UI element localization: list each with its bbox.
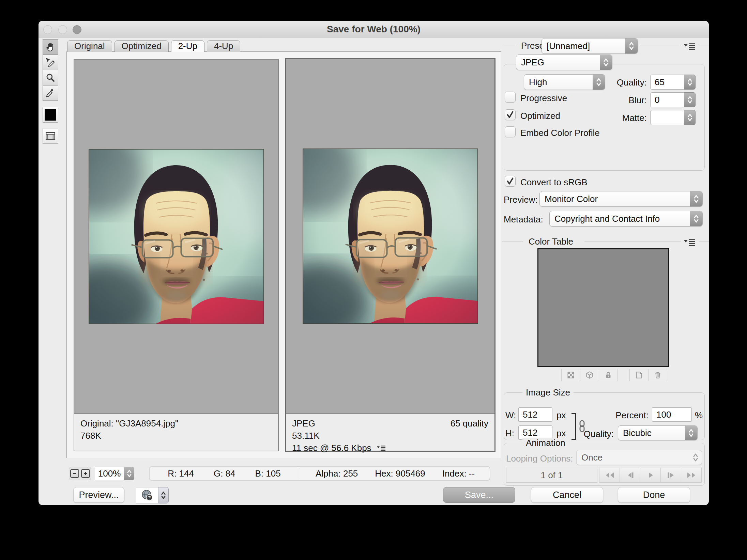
next-frame-button[interactable]: [660, 468, 681, 483]
save-button[interactable]: Save...: [443, 487, 515, 503]
green-readout: G: 84: [214, 468, 235, 479]
zoom-buttons-group: [69, 467, 91, 480]
minus-icon: [72, 471, 77, 476]
panel-menu-icon: [684, 238, 696, 246]
quality-label: Quality:: [604, 77, 647, 88]
save-for-web-dialog: Save for Web (100%) Original Optimized 2…: [39, 21, 709, 505]
last-frame-button[interactable]: [681, 468, 702, 483]
optimized-checkbox[interactable]: [505, 109, 516, 120]
color-table-menu-button[interactable]: [682, 238, 698, 247]
zoom-tool-button[interactable]: [43, 70, 58, 85]
preset-popup[interactable]: [Unnamed]: [542, 38, 638, 54]
zoom-level-value: 100%: [98, 468, 121, 479]
color-table-swatch-area[interactable]: [537, 248, 669, 367]
lock-color-button[interactable]: [599, 369, 618, 381]
quality-value: 65: [650, 75, 684, 90]
done-button-label: Done: [643, 490, 665, 500]
resample-quality-popup[interactable]: Bicubic: [618, 425, 698, 440]
percent-label: Percent:: [611, 410, 649, 421]
stepper-arrows-icon[interactable]: [684, 75, 696, 90]
matte-label: Matte:: [604, 113, 647, 123]
tab-original[interactable]: Original: [67, 40, 112, 52]
slice-select-tool-button[interactable]: [43, 55, 58, 70]
format-popup[interactable]: JPEG: [516, 55, 612, 70]
percent-value: 100: [656, 409, 671, 420]
play-button[interactable]: [640, 468, 661, 483]
hand-icon: [45, 42, 56, 52]
first-frame-button[interactable]: [599, 468, 620, 483]
web-shift-color-button[interactable]: [580, 369, 599, 381]
preview-in-browser-button[interactable]: Preview...: [73, 487, 124, 503]
embed-color-profile-checkbox[interactable]: [505, 126, 516, 137]
stepper-arrows-icon[interactable]: [684, 110, 696, 125]
progressive-checkbox[interactable]: [505, 92, 516, 103]
divider: [699, 46, 709, 46]
matte-value: [650, 110, 684, 125]
width-field[interactable]: 512: [518, 407, 552, 422]
optimized-preview-pane[interactable]: JPEG 65 quality 53.11K 11 sec @ 56.6 Kbp…: [285, 58, 496, 452]
height-label: H:: [505, 428, 514, 439]
blur-label: Blur:: [604, 95, 647, 106]
divider: [640, 46, 681, 46]
previous-frame-button[interactable]: [620, 468, 640, 483]
preset-panel-menu-button[interactable]: [682, 42, 698, 51]
first-frame-icon: [605, 472, 615, 479]
matte-stepper[interactable]: [650, 110, 696, 125]
compression-quality-popup[interactable]: High: [524, 74, 605, 90]
eyedropper-tool-button[interactable]: [43, 85, 58, 101]
eyedropper-color-swatch[interactable]: [43, 107, 58, 123]
divider: [584, 242, 681, 242]
browser-preview-stepper[interactable]: [158, 487, 169, 503]
browser-preview-selector[interactable]: ?: [136, 487, 158, 503]
preview-button-label: Preview...: [79, 490, 119, 500]
toggle-slices-visibility-button[interactable]: [43, 128, 58, 144]
image-size-title: Image Size: [522, 387, 574, 398]
tab-4-up-label: 4-Up: [214, 41, 233, 51]
panel-menu-icon: [684, 43, 696, 50]
hand-tool-button[interactable]: [43, 39, 58, 55]
optimized-filesize: 53.11K: [292, 430, 319, 442]
stepper-arrows-icon[interactable]: [684, 92, 696, 107]
animation-playback-controls: [599, 468, 702, 483]
zoom-level-stepper[interactable]: [124, 467, 134, 480]
cancel-button[interactable]: Cancel: [531, 487, 603, 503]
red-readout: R: 144: [168, 468, 194, 479]
original-preview-pane[interactable]: Original: "GJ3A8954.jpg" 768K: [74, 59, 279, 451]
tab-2-up-label: 2-Up: [178, 41, 197, 51]
tab-4-up[interactable]: 4-Up: [207, 40, 240, 52]
download-speed-menu-icon[interactable]: [377, 445, 386, 451]
delete-color-button[interactable]: [648, 369, 667, 381]
magnifier-icon: [45, 72, 56, 83]
portrait-photo: [303, 149, 477, 323]
color-table-buttons-right: [630, 369, 667, 381]
color-table-title: Color Table: [526, 236, 576, 247]
zoom-out-button[interactable]: [70, 469, 79, 478]
quality-stepper[interactable]: 65: [650, 75, 696, 90]
color-readout-bar: R: 144 G: 84 B: 105 Alpha: 255 Hex: 9054…: [149, 466, 490, 481]
chevron-updown-icon: [689, 450, 702, 465]
animation-title: Animation: [522, 438, 569, 448]
zoom-in-button[interactable]: [81, 469, 90, 478]
percent-field[interactable]: 100: [652, 407, 692, 422]
done-button[interactable]: Done: [618, 487, 690, 503]
preview-popup[interactable]: Monitor Color: [539, 191, 703, 207]
blur-stepper[interactable]: 0: [650, 92, 696, 107]
new-color-button[interactable]: [629, 369, 649, 381]
original-info-strip: Original: "GJ3A8954.jpg" 768K: [74, 413, 278, 451]
frame-counter: 1 of 1: [506, 468, 597, 483]
embed-color-profile-label: Embed Color Profile: [520, 128, 600, 138]
convert-to-srgb-checkbox[interactable]: [505, 176, 516, 187]
zoom-level-field[interactable]: 100%: [95, 467, 124, 480]
optimized-canvas[interactable]: [286, 59, 494, 413]
original-canvas[interactable]: [74, 60, 278, 413]
eyedropper-icon: [45, 88, 56, 98]
tab-2-up[interactable]: 2-Up: [171, 40, 204, 52]
convert-to-srgb-label: Convert to sRGB: [520, 177, 588, 188]
metadata-popup[interactable]: Copyright and Contact Info: [549, 211, 703, 227]
tab-optimized[interactable]: Optimized: [115, 40, 169, 52]
looping-options-popup[interactable]: Once: [576, 450, 702, 465]
preset-value: [Unnamed]: [542, 38, 625, 53]
wh-link-bracket: [571, 413, 576, 440]
snap-to-web-palette-button[interactable]: [561, 369, 580, 381]
previous-frame-icon: [625, 472, 635, 479]
